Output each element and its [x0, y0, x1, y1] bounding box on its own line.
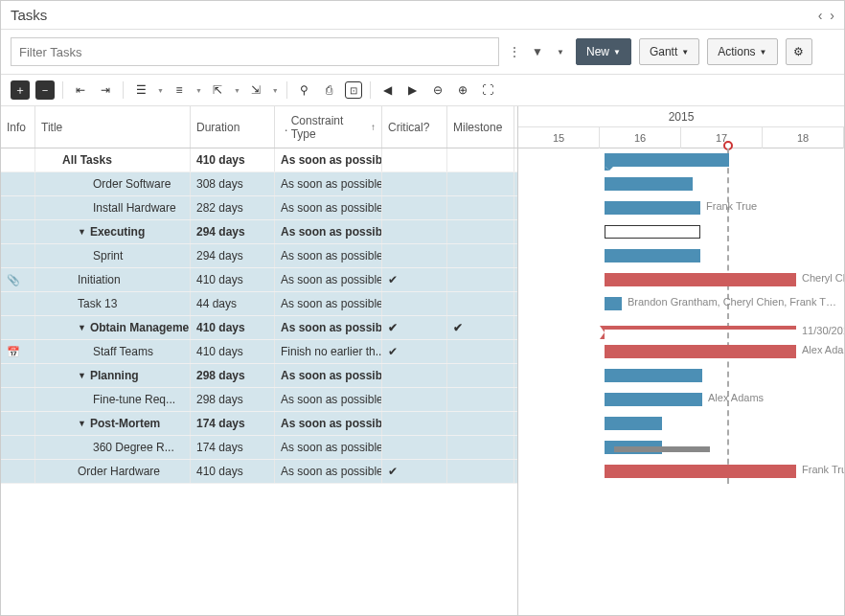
col-title[interactable]: Title: [35, 106, 191, 148]
critical-cell: [382, 196, 447, 219]
critical-cell: [382, 292, 447, 315]
gantt-row: [518, 172, 844, 196]
table-row[interactable]: 📅Staff Teams410 daysFinish no earlier th…: [1, 340, 517, 364]
gantt-bar[interactable]: Frank True: [605, 201, 700, 215]
constraint-cell: As soon as possible: [275, 316, 382, 339]
zoom-out-icon[interactable]: ⊖: [428, 80, 447, 100]
gantt-bar[interactable]: [605, 153, 729, 167]
expand-toggle-icon[interactable]: ▼: [78, 323, 86, 332]
table-row[interactable]: ▼Planning298 daysAs soon as possible: [1, 364, 517, 388]
expand-toggle-icon[interactable]: ▼: [78, 419, 86, 428]
actions-button-label: Actions: [718, 45, 755, 58]
gantt-bar[interactable]: Frank True: [605, 465, 796, 478]
list-icon[interactable]: ☰: [131, 80, 150, 100]
col-critical[interactable]: Critical?: [382, 106, 447, 148]
info-cell: [1, 436, 35, 459]
timeline-year: 2015: [518, 106, 844, 127]
list-caret-icon[interactable]: ▼: [157, 87, 164, 94]
link-icon[interactable]: ⚲: [295, 80, 314, 100]
constraint-cell: As soon as possible: [275, 292, 382, 315]
table-row[interactable]: Install Hardware282 daysAs soon as possi…: [1, 196, 517, 220]
title-cell: ▼Planning: [35, 364, 191, 387]
print-icon[interactable]: ⎙: [320, 80, 339, 100]
gantt-bar[interactable]: Brandon Grantham, Cheryl Chien, Frank T…: [605, 297, 622, 310]
duration-cell: 282 days: [191, 196, 275, 219]
gantt-bar[interactable]: Cheryl Chien, F…: [605, 273, 796, 286]
milestone-cell: [447, 388, 514, 411]
zoom-in-icon[interactable]: ⊕: [453, 80, 472, 100]
increase-caret-icon[interactable]: ▼: [272, 87, 279, 94]
col-duration[interactable]: Duration: [191, 106, 275, 148]
gear-icon: ⚙: [793, 45, 804, 58]
zoom-fit-icon[interactable]: ⛶: [478, 80, 497, 100]
constraint-cell: As soon as possible: [275, 196, 382, 219]
col-constraint[interactable]: . Constraint Type↑: [275, 106, 382, 148]
gantt-row: 11/30/2017 Alice L…: [518, 316, 844, 340]
indent-icon[interactable]: ⇥: [96, 80, 115, 100]
table-row[interactable]: 360 Degree R...174 daysAs soon as possib…: [1, 436, 517, 460]
fit-icon[interactable]: ⊡: [345, 81, 362, 99]
col-info[interactable]: Info: [1, 106, 35, 148]
milestone-cell: [447, 436, 514, 459]
prev-icon[interactable]: ◀: [378, 80, 398, 100]
settings-button[interactable]: ⚙: [786, 38, 812, 65]
more-icon[interactable]: ⋮: [507, 44, 522, 59]
bar-label: Frank True: [802, 464, 844, 475]
check-icon: ✔: [453, 321, 463, 334]
table-row[interactable]: Fine-tune Req...298 daysAs soon as possi…: [1, 388, 517, 412]
col-milestone[interactable]: Milestone: [447, 106, 514, 148]
nav-next-icon[interactable]: ›: [830, 8, 834, 23]
decrease-icon[interactable]: ⇱: [208, 80, 227, 100]
table-row[interactable]: ▼Post-Mortem174 daysAs soon as possible: [1, 412, 517, 436]
duration-cell: 410 days: [191, 340, 275, 363]
gantt-bar[interactable]: [605, 249, 700, 262]
decrease-caret-icon[interactable]: ▼: [234, 87, 240, 94]
table-row[interactable]: Sprint294 daysAs soon as possible: [1, 244, 517, 268]
filter-icon[interactable]: ▼: [530, 44, 545, 59]
duration-cell: 410 days: [191, 148, 275, 171]
gantt-bar[interactable]: [605, 417, 662, 430]
table-row[interactable]: ▼Obtain Manageme...410 daysAs soon as po…: [1, 316, 517, 340]
nav-prev-icon[interactable]: ‹: [818, 8, 823, 23]
duration-cell: 174 days: [191, 436, 275, 459]
filter-caret-icon[interactable]: ▼: [553, 44, 568, 59]
gantt-bar[interactable]: Alex Adams: [605, 393, 702, 406]
gantt-button[interactable]: Gantt▼: [639, 38, 699, 65]
table-row[interactable]: All Tasks410 daysAs soon as possible: [1, 148, 517, 172]
gantt-bar[interactable]: Alex Adams, Fr…: [605, 345, 796, 358]
expand-all-icon[interactable]: ＋: [11, 80, 30, 100]
duration-cell: 308 days: [191, 172, 275, 195]
critical-cell: [382, 148, 447, 171]
outdent-icon[interactable]: ⇤: [71, 80, 90, 100]
filter-input[interactable]: [11, 37, 499, 66]
task-title: Install Hardware: [93, 201, 176, 215]
table-row[interactable]: ▼Executing294 daysAs soon as possible: [1, 220, 517, 244]
table-row[interactable]: Order Hardware410 daysAs soon as possibl…: [1, 460, 517, 484]
expand-toggle-icon[interactable]: ▼: [78, 227, 86, 237]
table-row[interactable]: Task 1344 daysAs soon as possible: [1, 292, 517, 316]
new-button[interactable]: New▼: [576, 38, 631, 65]
constraint-cell: As soon as possible: [275, 460, 382, 483]
duration-cell: 410 days: [191, 268, 275, 291]
gantt-bar[interactable]: [605, 177, 693, 191]
bullet-caret-icon[interactable]: ▼: [195, 87, 202, 94]
check-icon: ✔: [388, 273, 398, 286]
actions-button[interactable]: Actions▼: [707, 38, 777, 65]
title-cell: 360 Degree R...: [35, 436, 191, 459]
next-icon[interactable]: ▶: [403, 80, 422, 100]
table-row[interactable]: 📎Initiation410 daysAs soon as possible✔: [1, 268, 517, 292]
gantt-button-label: Gantt: [650, 45, 677, 58]
calendar-icon: 📅: [7, 346, 20, 358]
milestone-cell: [447, 460, 514, 483]
collapse-all-icon[interactable]: －: [35, 80, 55, 100]
gantt-bar[interactable]: 11/30/2017 Alice L…: [605, 326, 796, 330]
critical-cell: ✔: [382, 460, 447, 483]
gantt-bar[interactable]: [605, 369, 702, 382]
gantt-bar[interactable]: [605, 225, 700, 239]
table-row[interactable]: Order Software308 daysAs soon as possibl…: [1, 172, 517, 196]
info-cell: [1, 244, 35, 267]
bar-label: Frank True: [706, 200, 757, 212]
increase-icon[interactable]: ⇲: [246, 80, 265, 100]
expand-toggle-icon[interactable]: ▼: [78, 371, 86, 380]
bullet-icon[interactable]: ≡: [170, 80, 189, 100]
